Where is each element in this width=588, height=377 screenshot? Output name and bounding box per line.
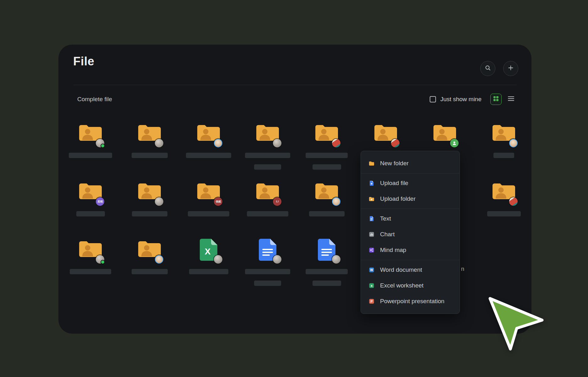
mindmap-icon [368,247,375,253]
avatar-badge [273,255,281,264]
file-item[interactable] [302,239,352,286]
name-placeholder [189,269,228,274]
folder-icon [420,123,470,150]
folder-icon [124,239,175,266]
menu-item-text[interactable]: Text [361,211,460,227]
menu-item-word-document[interactable]: WWord document [361,262,460,278]
folder-item[interactable] [124,239,175,274]
menu-item-powerpoint-presentation[interactable]: PPowerpoint presentation [361,293,460,309]
avatar-badge [96,255,104,264]
folder-item[interactable] [183,123,234,158]
name-placeholder [132,269,168,274]
menu-item-label: Excel worksheet [380,282,423,289]
folder-item[interactable]: 志程 [65,181,116,216]
folder-icon: LI [242,181,293,209]
avatar-badge: LI [273,197,281,206]
file-item[interactable]: X [183,239,234,274]
search-button[interactable] [480,61,495,76]
folder-item[interactable] [124,123,175,158]
folder-icon [242,123,293,150]
folder-icon [479,181,529,209]
avatar-badge [391,139,400,147]
menu-section: New folder [361,154,460,173]
document-file-icon [302,239,352,266]
file-manager-window: File Complete file Just show mine 志程佳妮LI… [58,45,531,334]
menu-item-new-folder[interactable]: New folder [361,156,460,171]
folder-item[interactable] [124,181,175,216]
name-placeholder [245,153,290,158]
name-placeholder [132,153,168,158]
ppt-icon: P [368,298,375,304]
folder-icon [124,181,175,209]
avatar-badge [332,139,340,147]
just-show-mine-label: Just show mine [440,96,482,103]
avatar-badge [509,197,518,206]
folder-item[interactable] [242,123,293,170]
name-placeholder [69,153,112,158]
svg-text:x: x [371,284,373,287]
grid-view-button[interactable] [490,94,502,105]
name-placeholder [306,269,348,274]
chart-icon [368,231,375,238]
menu-item-label: Text [380,215,391,222]
name-placeholder [247,211,288,216]
name-placeholder [254,164,281,170]
avatar-badge [96,139,104,147]
folder-item[interactable]: 佳妮 [183,181,234,216]
name-placeholder [70,269,111,274]
avatar-badge [332,255,340,264]
folder-icon [124,123,175,150]
folder-item[interactable] [65,239,116,274]
menu-item-label: Word document [380,266,422,273]
menu-item-upload-file[interactable]: Upload file [361,175,460,191]
upload-file-icon [368,180,375,186]
folder-icon: 志程 [65,181,116,209]
name-placeholder [188,211,229,216]
menu-item-label: Chart [380,231,395,238]
list-view-button[interactable] [505,94,517,105]
folder-item[interactable] [479,181,529,216]
folder-item[interactable] [65,123,116,158]
toolbar: Complete file Just show mine [77,94,517,105]
add-button[interactable] [503,61,518,76]
folder-item[interactable] [420,123,470,150]
folder-item[interactable] [302,123,352,170]
menu-item-excel-worksheet[interactable]: xExcel worksheet [361,278,460,293]
menu-item-chart[interactable]: Chart [361,227,460,242]
folder-icon [65,123,116,150]
name-placeholder [254,281,281,286]
avatar-badge [450,139,459,147]
document-file-icon [242,239,293,266]
folder-icon [65,239,116,266]
folder-item[interactable] [479,123,529,158]
avatar-badge [509,139,518,147]
folder-item[interactable]: LI [242,181,293,216]
word-icon: W [368,267,375,273]
svg-text:X: X [205,247,211,256]
folder-icon [361,123,411,150]
online-dot [101,260,105,264]
name-placeholder [245,269,290,274]
menu-item-label: Mind map [380,247,406,254]
file-item[interactable] [242,239,293,286]
excel-icon: x [368,282,375,289]
menu-item-upload-folder[interactable]: Upload folder [361,191,460,207]
name-placeholder [487,211,521,216]
menu-item-label: New folder [380,160,409,167]
folder-item[interactable] [302,181,352,216]
folder-item[interactable] [361,123,411,150]
avatar-badge [273,139,281,147]
context-menu: New folderUpload fileUpload folderTextCh… [361,151,460,314]
menu-item-label: Upload file [380,180,408,187]
menu-item-mind-map[interactable]: Mind map [361,242,460,258]
excel-file-icon: X [183,239,234,266]
name-placeholder [132,211,167,216]
svg-text:W: W [370,268,373,272]
text-icon [368,216,375,222]
just-show-mine-checkbox[interactable] [430,96,436,102]
avatar-badge [332,197,340,206]
avatar-badge [214,139,222,147]
folder-icon: 佳妮 [183,181,234,209]
search-icon [485,65,491,72]
section-label: Complete file [77,96,112,103]
